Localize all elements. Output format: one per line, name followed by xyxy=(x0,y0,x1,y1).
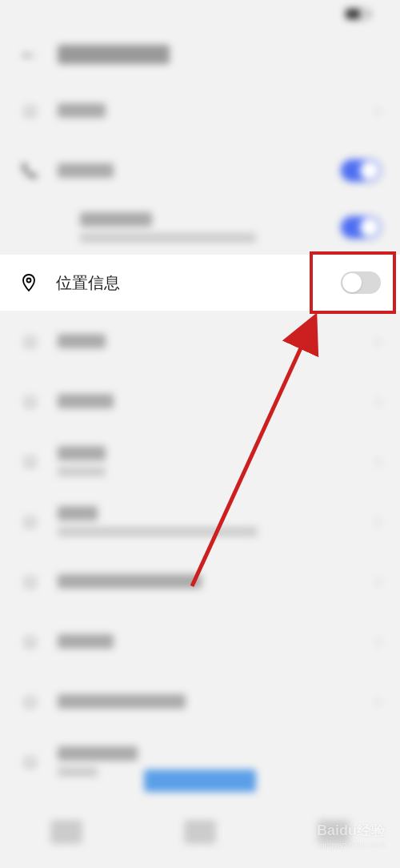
blurred-background: ← ▢ › ▢ › ▢ › xyxy=(0,0,400,868)
chevron-icon: › xyxy=(375,452,381,470)
setting-row[interactable]: ▢ › xyxy=(0,371,400,431)
setting-row[interactable] xyxy=(0,140,400,200)
battery-icon xyxy=(346,9,368,19)
chevron-icon: › xyxy=(375,512,381,530)
camera-icon: ▢ xyxy=(19,331,40,352)
setting-row[interactable]: ▢ › xyxy=(0,551,400,611)
page-title xyxy=(58,45,170,64)
setting-row[interactable]: ▢ › xyxy=(0,80,400,140)
setting-row[interactable]: ▢ › xyxy=(0,611,400,671)
location-label: 位置信息 xyxy=(56,272,323,294)
setting-row[interactable] xyxy=(0,200,400,255)
settings-icon: ▢ xyxy=(19,691,40,712)
storage-icon: ▢ xyxy=(19,511,40,532)
setting-row[interactable]: ▢ › xyxy=(0,311,400,371)
setting-row[interactable]: ▢ › xyxy=(0,431,400,491)
bottom-action-button[interactable] xyxy=(144,770,256,792)
annotation-box xyxy=(310,251,396,314)
mic-icon: ▢ xyxy=(19,391,40,412)
setting-row[interactable]: ▢ › xyxy=(0,671,400,731)
chevron-icon: › xyxy=(375,572,381,590)
status-right xyxy=(346,9,368,19)
page-header: ← xyxy=(0,28,400,80)
link-icon: ▢ xyxy=(19,751,40,772)
svg-point-0 xyxy=(27,279,31,283)
watermark-brand: Baidu经验 xyxy=(317,822,386,840)
location-icon xyxy=(19,273,38,292)
toggle-switch[interactable] xyxy=(341,216,381,239)
message-icon: ▢ xyxy=(19,100,40,121)
bell-icon: ▢ xyxy=(19,451,40,472)
toggle-switch[interactable] xyxy=(341,159,381,182)
chevron-icon: › xyxy=(375,692,381,710)
back-icon[interactable]: ← xyxy=(19,43,38,66)
chevron-icon: › xyxy=(375,392,381,410)
watermark-sub: jingyan.baidu.com xyxy=(317,840,386,850)
status-bar xyxy=(0,0,400,28)
watermark: Baidu经验 jingyan.baidu.com xyxy=(317,822,386,850)
phone-icon xyxy=(19,160,40,181)
chevron-icon: › xyxy=(375,101,381,119)
overlay-icon: ▢ xyxy=(19,571,40,592)
setting-row[interactable]: ▢ › xyxy=(0,491,400,551)
chevron-icon: › xyxy=(375,632,381,650)
file-icon: ▢ xyxy=(19,631,40,652)
chevron-icon: › xyxy=(375,332,381,350)
nav-item[interactable] xyxy=(50,820,82,844)
nav-item[interactable] xyxy=(184,820,216,844)
